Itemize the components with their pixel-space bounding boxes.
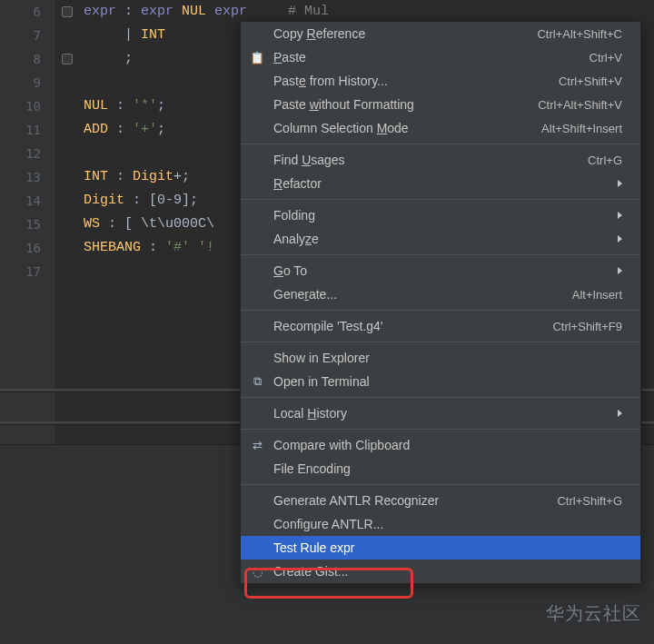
menu-item[interactable]: ⧉Open in Terminal [241,370,640,393]
menu-separator [241,397,640,398]
line-number: 9 [0,71,41,94]
menu-item-shortcut: Alt+Shift+Insert [541,122,622,135]
menu-item[interactable]: Show in Explorer [241,346,640,370]
menu-item-shortcut: Ctrl+Shift+F9 [552,320,622,333]
paste-icon: 📋 [250,50,264,64]
menu-item-label: Show in Explorer [273,351,622,365]
menu-item-label: Copy Reference [273,26,537,41]
compare-icon: ⇄ [250,438,264,452]
menu-item[interactable]: Generate ANTLR RecognizerCtrl+Shift+G [241,489,640,512]
menu-item-label: Find Usages [273,153,588,167]
menu-item[interactable]: Generate...Alt+Insert [241,282,640,306]
line-number: 6 [0,0,41,24]
context-menu: Copy ReferenceCtrl+Alt+Shift+C📋PasteCtrl… [240,21,641,584]
menu-item[interactable]: Refactor [241,172,640,195]
github-icon: ◌ [250,564,264,579]
menu-separator [241,342,640,342]
menu-item-label: Local History [273,406,610,421]
menu-item-label: Paste without Formatting [273,97,538,112]
menu-item-label: Create Gist... [273,564,622,579]
terminal-icon: ⧉ [250,374,264,389]
menu-item[interactable]: Copy ReferenceCtrl+Alt+Shift+C [241,22,640,45]
menu-item-label: File Encoding [273,461,622,476]
chevron-right-icon [618,267,622,274]
menu-item-shortcut: Alt+Insert [572,288,622,302]
menu-item[interactable]: Local History [241,401,640,425]
menu-item-shortcut: Ctrl+Alt+Shift+V [538,98,622,112]
line-number: 13 [0,165,41,189]
line-number: 14 [0,189,41,213]
chevron-right-icon [618,410,622,417]
menu-separator [241,429,640,430]
menu-item[interactable]: Test Rule expr [241,536,640,560]
menu-item-label: Generate... [273,287,572,302]
line-number: 7 [0,24,41,47]
menu-item[interactable]: ⇄Compare with Clipboard [241,433,640,457]
menu-item-shortcut: Ctrl+Alt+Shift+C [537,27,622,41]
menu-item-label: Folding [273,208,610,223]
menu-item[interactable]: Go To [241,259,640,282]
menu-item[interactable]: Paste from History...Ctrl+Shift+V [241,69,640,93]
menu-item[interactable]: ◌Create Gist... [241,560,640,583]
menu-item[interactable]: Recompile 'Test.g4'Ctrl+Shift+F9 [241,314,640,338]
watermark-text: 华为云社区 [546,601,641,626]
line-number: 10 [0,94,41,118]
menu-item-label: Paste from History... [273,74,559,88]
chevron-right-icon [618,180,622,187]
menu-item-shortcut: Ctrl+Shift+V [559,74,622,88]
line-number: 8 [0,47,41,71]
menu-item-label: Paste [273,50,590,64]
menu-separator [241,484,640,485]
menu-item-label: Configure ANTLR... [273,517,622,531]
menu-item-shortcut: Ctrl+Shift+G [557,494,622,508]
line-number: 16 [0,236,41,260]
menu-item-label: Recompile 'Test.g4' [273,319,552,333]
menu-item[interactable]: Configure ANTLR... [241,512,640,536]
menu-separator [241,199,640,200]
line-number: 11 [0,118,41,142]
menu-separator [241,310,640,311]
chevron-right-icon [618,212,622,219]
fold-marker-icon[interactable] [62,6,73,17]
menu-item-label: Open in Terminal [273,374,622,389]
menu-item-shortcut: Ctrl+V [590,51,622,64]
line-number: 17 [0,260,41,283]
menu-item[interactable]: File Encoding [241,457,640,481]
fold-marker-icon[interactable] [62,54,73,64]
menu-item[interactable]: Paste without FormattingCtrl+Alt+Shift+V [241,93,640,116]
menu-item[interactable]: Find UsagesCtrl+G [241,148,640,172]
line-number: 12 [0,142,41,165]
menu-item-label: Compare with Clipboard [273,438,622,452]
menu-item-label: Test Rule expr [273,540,622,555]
chevron-right-icon [618,235,622,243]
menu-separator [241,144,640,144]
menu-item-label: Analyze [273,232,610,246]
menu-item-label: Go To [273,263,610,278]
menu-item[interactable]: Analyze [241,227,640,251]
line-number: 15 [0,213,41,236]
menu-item[interactable]: Column Selection ModeAlt+Shift+Insert [241,116,640,140]
menu-item-shortcut: Ctrl+G [588,154,622,167]
menu-item-label: Column Selection Mode [273,121,541,135]
menu-separator [241,254,640,255]
menu-item[interactable]: Folding [241,203,640,227]
menu-item-label: Refactor [273,176,610,191]
menu-item-label: Generate ANTLR Recognizer [273,493,557,508]
menu-item[interactable]: 📋PasteCtrl+V [241,45,640,69]
